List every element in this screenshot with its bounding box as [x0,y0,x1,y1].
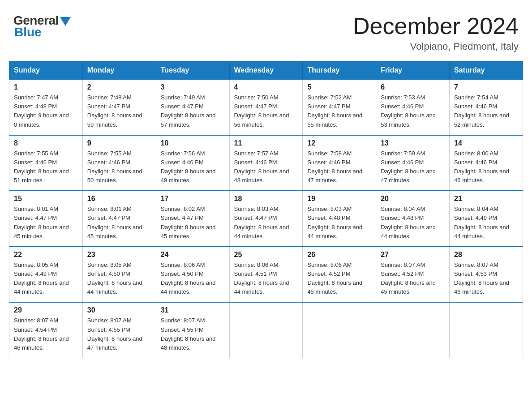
day-number: 2 [87,83,151,91]
day-info: Sunrise: 7:57 AMSunset: 4:46 PMDaylight:… [234,149,298,185]
table-row: 14 Sunrise: 8:00 AMSunset: 4:46 PMDaylig… [450,135,523,191]
day-info: Sunrise: 8:06 AMSunset: 4:51 PMDaylight:… [234,261,298,297]
day-info: Sunrise: 7:59 AMSunset: 4:46 PMDaylight:… [381,149,445,185]
table-row: 18 Sunrise: 8:03 AMSunset: 4:47 PMDaylig… [229,191,303,247]
logo-triangle-icon [60,17,71,26]
day-info: Sunrise: 8:07 AMSunset: 4:54 PMDaylight:… [14,316,78,352]
location-subtitle: Volpiano, Piedmont, Italy [353,41,519,52]
day-info: Sunrise: 7:55 AMSunset: 4:46 PMDaylight:… [14,149,78,185]
table-row [376,302,450,358]
table-row: 20 Sunrise: 8:04 AMSunset: 4:48 PMDaylig… [376,191,450,247]
day-info: Sunrise: 8:07 AMSunset: 4:53 PMDaylight:… [454,261,518,297]
table-row: 24 Sunrise: 8:06 AMSunset: 4:50 PMDaylig… [156,247,229,303]
table-row: 21 Sunrise: 8:04 AMSunset: 4:49 PMDaylig… [450,191,523,247]
day-number: 29 [14,306,78,314]
table-row: 29 Sunrise: 8:07 AMSunset: 4:54 PMDaylig… [9,302,83,358]
header-tuesday: Tuesday [156,62,229,80]
day-number: 11 [234,139,298,147]
day-number: 27 [381,251,445,259]
header-wednesday: Wednesday [229,62,303,80]
page-header: General Blue December 2024 Volpiano, Pie… [9,9,523,52]
table-row: 5 Sunrise: 7:52 AMSunset: 4:47 PMDayligh… [303,79,376,135]
day-number: 10 [161,139,225,147]
table-row: 8 Sunrise: 7:55 AMSunset: 4:46 PMDayligh… [9,135,83,191]
table-row: 28 Sunrise: 8:07 AMSunset: 4:53 PMDaylig… [450,247,523,303]
table-row [303,302,376,358]
day-info: Sunrise: 8:03 AMSunset: 4:48 PMDaylight:… [307,205,371,241]
table-row: 11 Sunrise: 7:57 AMSunset: 4:46 PMDaylig… [229,135,303,191]
table-row: 2 Sunrise: 7:48 AMSunset: 4:47 PMDayligh… [82,79,156,135]
day-info: Sunrise: 8:04 AMSunset: 4:48 PMDaylight:… [381,205,445,241]
day-number: 16 [87,195,151,203]
table-row: 10 Sunrise: 7:56 AMSunset: 4:46 PMDaylig… [156,135,229,191]
table-row: 31 Sunrise: 8:07 AMSunset: 4:55 PMDaylig… [156,302,229,358]
day-number: 5 [307,83,371,91]
calendar-week-row: 8 Sunrise: 7:55 AMSunset: 4:46 PMDayligh… [9,135,523,191]
table-row: 1 Sunrise: 7:47 AMSunset: 4:48 PMDayligh… [9,79,83,135]
table-row: 16 Sunrise: 8:01 AMSunset: 4:47 PMDaylig… [82,191,156,247]
table-row: 13 Sunrise: 7:59 AMSunset: 4:46 PMDaylig… [376,135,450,191]
day-info: Sunrise: 7:48 AMSunset: 4:47 PMDaylight:… [87,93,151,129]
table-row: 19 Sunrise: 8:03 AMSunset: 4:48 PMDaylig… [303,191,376,247]
day-number: 3 [161,83,225,91]
table-row: 23 Sunrise: 8:05 AMSunset: 4:50 PMDaylig… [82,247,156,303]
day-number: 13 [381,139,445,147]
day-info: Sunrise: 7:58 AMSunset: 4:46 PMDaylight:… [307,149,371,185]
day-info: Sunrise: 8:02 AMSunset: 4:47 PMDaylight:… [161,205,225,241]
calendar-table: Sunday Monday Tuesday Wednesday Thursday… [9,61,523,358]
day-number: 6 [381,83,445,91]
day-info: Sunrise: 8:00 AMSunset: 4:46 PMDaylight:… [454,149,518,185]
table-row: 30 Sunrise: 8:07 AMSunset: 4:55 PMDaylig… [82,302,156,358]
day-info: Sunrise: 7:50 AMSunset: 4:47 PMDaylight:… [234,93,298,129]
table-row: 12 Sunrise: 7:58 AMSunset: 4:46 PMDaylig… [303,135,376,191]
day-info: Sunrise: 8:07 AMSunset: 4:55 PMDaylight:… [161,316,225,352]
day-info: Sunrise: 7:52 AMSunset: 4:47 PMDaylight:… [307,93,371,129]
day-info: Sunrise: 7:55 AMSunset: 4:46 PMDaylight:… [87,149,151,185]
day-number: 19 [307,195,371,203]
day-number: 22 [14,251,78,259]
table-row [229,302,303,358]
logo: General Blue [13,13,71,39]
day-number: 12 [307,139,371,147]
logo-blue-text: Blue [14,25,42,39]
day-info: Sunrise: 7:56 AMSunset: 4:46 PMDaylight:… [161,149,225,185]
header-saturday: Saturday [450,62,523,80]
day-number: 25 [234,251,298,259]
table-row: 3 Sunrise: 7:49 AMSunset: 4:47 PMDayligh… [156,79,229,135]
table-row: 22 Sunrise: 8:05 AMSunset: 4:49 PMDaylig… [9,247,83,303]
day-info: Sunrise: 8:05 AMSunset: 4:49 PMDaylight:… [14,261,78,297]
header-sunday: Sunday [9,62,83,80]
table-row: 17 Sunrise: 8:02 AMSunset: 4:47 PMDaylig… [156,191,229,247]
day-number: 24 [161,251,225,259]
table-row: 27 Sunrise: 8:07 AMSunset: 4:52 PMDaylig… [376,247,450,303]
month-title: December 2024 [353,13,519,39]
calendar-week-row: 29 Sunrise: 8:07 AMSunset: 4:54 PMDaylig… [9,302,523,358]
calendar-week-row: 1 Sunrise: 7:47 AMSunset: 4:48 PMDayligh… [9,79,523,135]
table-row: 9 Sunrise: 7:55 AMSunset: 4:46 PMDayligh… [82,135,156,191]
table-row: 15 Sunrise: 8:01 AMSunset: 4:47 PMDaylig… [9,191,83,247]
table-row: 26 Sunrise: 8:06 AMSunset: 4:52 PMDaylig… [303,247,376,303]
day-number: 23 [87,251,151,259]
day-number: 17 [161,195,225,203]
day-info: Sunrise: 7:47 AMSunset: 4:48 PMDaylight:… [14,93,78,129]
header-thursday: Thursday [303,62,376,80]
header-friday: Friday [376,62,450,80]
day-number: 26 [307,251,371,259]
day-info: Sunrise: 7:54 AMSunset: 4:46 PMDaylight:… [454,93,518,129]
day-number: 9 [87,139,151,147]
day-number: 4 [234,83,298,91]
day-info: Sunrise: 8:06 AMSunset: 4:50 PMDaylight:… [161,261,225,297]
day-info: Sunrise: 8:06 AMSunset: 4:52 PMDaylight:… [307,261,371,297]
day-info: Sunrise: 8:07 AMSunset: 4:55 PMDaylight:… [87,316,151,352]
day-info: Sunrise: 8:04 AMSunset: 4:49 PMDaylight:… [454,205,518,241]
header-monday: Monday [82,62,156,80]
day-info: Sunrise: 8:03 AMSunset: 4:47 PMDaylight:… [234,205,298,241]
calendar-week-row: 15 Sunrise: 8:01 AMSunset: 4:47 PMDaylig… [9,191,523,247]
day-info: Sunrise: 7:53 AMSunset: 4:46 PMDaylight:… [381,93,445,129]
calendar-header-row: Sunday Monday Tuesday Wednesday Thursday… [9,62,523,80]
day-number: 7 [454,83,518,91]
day-info: Sunrise: 8:05 AMSunset: 4:50 PMDaylight:… [87,261,151,297]
day-number: 21 [454,195,518,203]
day-info: Sunrise: 8:01 AMSunset: 4:47 PMDaylight:… [14,205,78,241]
title-section: December 2024 Volpiano, Piedmont, Italy [353,13,519,52]
